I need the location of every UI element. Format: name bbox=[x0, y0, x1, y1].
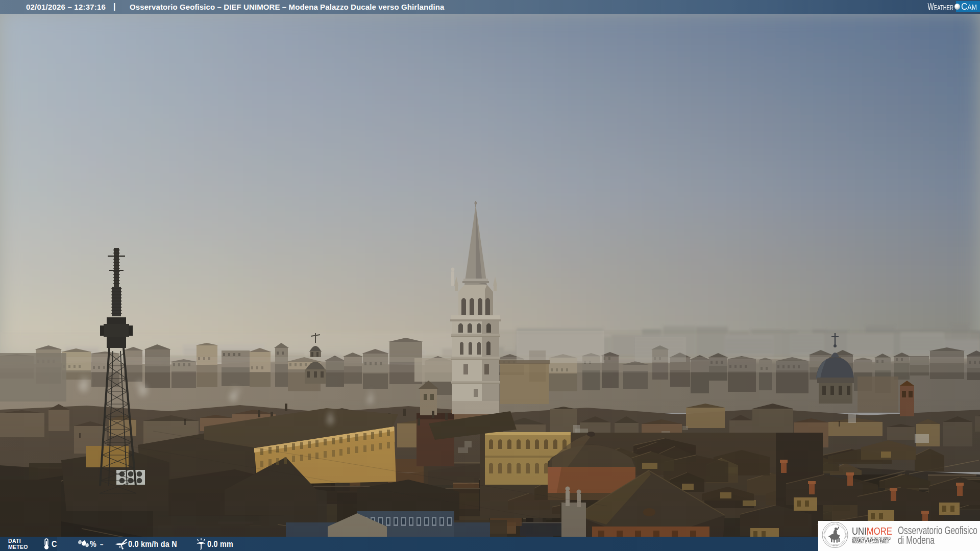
svg-text:1175: 1175 bbox=[832, 544, 838, 546]
